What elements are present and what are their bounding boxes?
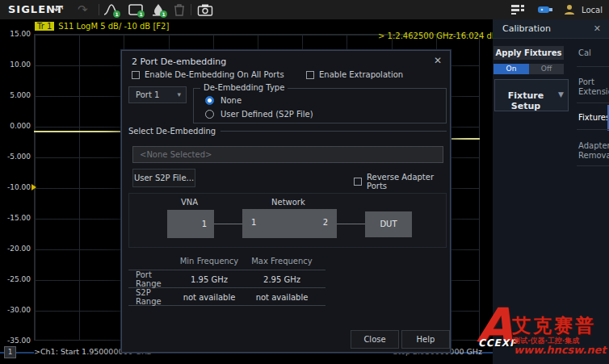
y-axis-tick: -35.00 [0,337,31,345]
y-axis-tick: -10.00 [0,183,31,191]
radio-none[interactable]: None [205,96,242,105]
marker-amplitude: -16.024 dB [453,31,498,40]
dut-box: DUT [365,211,412,237]
tab-divider [577,129,609,130]
checkbox-icon[interactable] [132,71,140,79]
radio-unselected-icon[interactable] [205,110,214,119]
marker-frequency: 2.462500 GHz [395,31,452,40]
checkbox-label: Enable De-Embedding On All Ports [145,70,284,79]
screen-layout-icon[interactable] [510,4,525,15]
chevron-down-icon: ▼ [558,90,564,98]
display-count-badge: 1 [137,10,145,18]
y-axis-tick: -30.00 [0,306,31,314]
toggle-on-button[interactable]: On [494,64,529,74]
radio-label: None [220,96,242,105]
row-max: not available [246,293,318,302]
group-label: De-Embedding Type [200,83,288,92]
marker-readout: > 1: 2.462500 GHz -16.024 dB [378,31,489,40]
tab-cal[interactable]: Cal [578,48,609,58]
y-axis-tick: 15.00 [0,30,31,38]
toggle-off-button[interactable]: Off [529,64,564,74]
group-label: Select De-Embedding [128,127,216,136]
y-axis-tick: 10.00 [0,61,31,69]
user-s2p-file-button[interactable]: User S2P File... [132,169,195,187]
trace-curve-right [450,138,480,140]
checkbox-icon[interactable] [306,71,314,79]
usb-device-icon [538,6,552,14]
port-selected-value: Port 1 [136,90,159,99]
calibration-panel-header: Calibration ✕ [493,19,609,39]
marker-count-badge: 1 [160,10,167,18]
y-axis-tick: -20.00 [0,245,31,253]
min-frequency-header: Min Frequency [173,257,246,266]
row-label: Port Range [128,270,173,288]
channel-badge[interactable]: 1 [4,346,16,358]
help-button[interactable]: Help [401,330,450,349]
network-label: Network [271,198,305,207]
tab-adapter-removal[interactable]: Adapter Removal [578,141,609,161]
dialog-close-icon[interactable]: ✕ [434,55,442,66]
trash-icon [171,3,187,16]
enable-all-ports-checkbox[interactable]: Enable De-Embedding On All Ports [132,70,284,79]
y-axis-tick: 5.000 [0,91,31,99]
row-max: 2.95 GHz [246,275,318,284]
fixture-setup-label: Fixture Setup [495,90,556,111]
enable-extrapolation-checkbox[interactable]: Enable Extrapolation [306,70,403,79]
toolbar-separator [99,4,99,15]
y-axis-tick: -15.00 [0,214,31,222]
network-port-2: 2 [323,218,328,227]
y-axis-tick: -25.00 [0,275,31,283]
vna-screen: SIGLENT ↶ ↷ 1 1 1 [0,0,609,364]
calibration-panel: Calibration ✕ Apply Fixtures On Off Fixt… [493,19,609,364]
de-embedding-type-group: De-Embedding Type None User Defined (S2P… [193,88,447,123]
max-frequency-header: Max Frequency [246,257,318,266]
redo-icon: ↷ [78,2,88,17]
dialog-title: 2 Port De-embedding [132,56,226,67]
network-port-1: 1 [251,218,256,227]
network-box: 1 2 [242,209,337,238]
tab-fixtures[interactable]: Fixtures [578,113,609,123]
tab-divider [577,165,609,166]
fixture-setup-dropdown[interactable]: Fixture Setup ▼ [494,79,569,111]
port-select-dropdown[interactable]: Port 1 ▾ [128,86,187,103]
group-divider [220,131,447,132]
selected-file-field[interactable]: <None Selected> [132,146,443,163]
reverse-adapter-ports-checkbox[interactable]: Reverse Adapter Ports [354,173,450,190]
camera-icon[interactable] [197,3,213,16]
panel-title: Calibration [502,23,551,34]
tab-divider [577,66,609,67]
connection-diagram: VNA Network 1 1 2 DUT [128,193,447,248]
table-header-row: Min Frequency Max Frequency [128,253,326,270]
de-embedding-dialog: 2 Port De-embedding ✕ Enable De-Embeddin… [121,50,451,353]
tab-divider [577,103,609,103]
apply-fixtures-toggle: On Off [494,64,564,74]
close-button[interactable]: Close [351,330,399,349]
chevron-down-icon: ▾ [177,90,181,98]
tab-port-extension[interactable]: Port Extension [578,77,609,97]
trace-number-badge[interactable]: Tr 1 [35,22,54,31]
trace-count-badge: 1 [113,10,120,18]
checkbox-label: Enable Extrapolation [319,70,403,79]
y-axis-tick: 0.000 [0,122,31,130]
trace-format-label: S11 LogM 5 dB/ -10 dB [F2] [58,22,169,31]
local-mode-label[interactable]: Local [582,6,603,15]
checkbox-label: Reverse Adapter Ports [367,173,450,190]
toolbar-separator [191,4,191,15]
radio-user-defined[interactable]: User Defined (S2P File) [205,110,313,119]
apply-fixtures-label: Apply Fixtures [494,46,564,60]
y-axis-tick: -5.000 [0,153,31,161]
vna-label: VNA [181,198,198,207]
connector-line [337,224,365,224]
user-icon[interactable] [564,4,575,15]
select-de-embedding-group: Select De-Embedding [128,127,447,136]
radio-selected-icon[interactable] [205,96,214,105]
reference-level-marker[interactable] [32,184,36,190]
undo-icon[interactable]: ↶ [53,2,64,17]
top-toolbar: SIGLENT ↶ ↷ 1 1 1 [0,0,609,19]
checkbox-icon[interactable] [354,178,362,186]
table-row: S2P Range not available not available [128,288,326,305]
frequency-range-table: Min Frequency Max Frequency Port Range 1… [128,253,326,306]
marker-number: > 1: [378,31,395,40]
trace-annotation[interactable]: Tr 1S11 LogM 5 dB/ -10 dB [F2] [35,22,169,31]
panel-close-icon[interactable]: ✕ [594,23,601,34]
